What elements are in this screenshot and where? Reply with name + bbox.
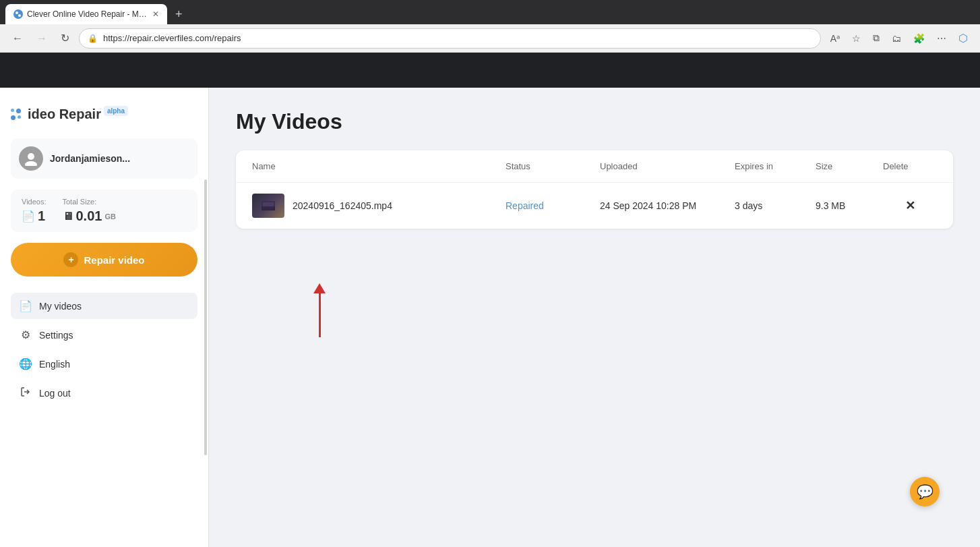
stats-card: Videos: 📄 1 Total Size: 🖥 0.01 GB [11, 190, 197, 232]
chat-widget-button[interactable]: 💬 [910, 477, 940, 507]
copilot-button[interactable]: ⬡ [954, 29, 972, 47]
table-header: Name Status Uploaded Expires in Size Del… [236, 150, 953, 183]
page-title: My Videos [236, 109, 953, 134]
col-header-uploaded: Uploaded [600, 161, 735, 171]
avatar [19, 146, 43, 171]
svg-point-1 [18, 14, 21, 17]
back-button[interactable]: ← [8, 30, 27, 47]
collections-button[interactable]: 🗂 [888, 30, 905, 47]
col-header-expires: Expires in [735, 161, 816, 171]
logo-dot [11, 115, 16, 120]
url-text: https://repair.cleverfiles.com/repairs [103, 33, 812, 43]
sidebar-item-label: Log out [39, 388, 71, 399]
sidebar-item-english[interactable]: 🌐 English [11, 351, 197, 377]
file-size: 9.3 MB [816, 200, 883, 211]
svg-point-2 [28, 153, 34, 160]
logo-dot [16, 109, 21, 113]
size-unit: GB [104, 212, 116, 221]
repair-video-button[interactable]: + Repair video [11, 243, 197, 277]
favorites-button[interactable]: ☆ [848, 30, 865, 47]
logo-text: ideo Repairalpha [28, 107, 128, 122]
svg-point-3 [25, 161, 37, 166]
videos-table: Name Status Uploaded Expires in Size Del… [236, 150, 953, 229]
sidebar-item-logout[interactable]: Log out [11, 380, 197, 407]
sidebar-scrollbar[interactable] [204, 88, 208, 547]
chat-icon: 💬 [917, 484, 933, 500]
browser-tab[interactable]: Clever Online Video Repair - My V ✕ [5, 4, 167, 24]
videos-stat: Videos: 📄 1 [22, 198, 47, 224]
sidebar-nav: 📄 My videos ⚙ Settings 🌐 English Log out [11, 293, 197, 407]
svg-point-0 [16, 11, 18, 14]
repair-btn-label: Repair video [84, 254, 144, 266]
col-header-status: Status [506, 161, 600, 171]
logout-icon [19, 386, 32, 400]
logo-dot [11, 109, 14, 112]
new-tab-button[interactable]: + [170, 5, 188, 24]
videos-icon: 📄 [22, 210, 35, 223]
address-bar[interactable]: 🔒 https://repair.cleverfiles.com/repairs [79, 28, 821, 49]
expires-value: 3 days [735, 200, 816, 211]
extensions-button[interactable]: 🧩 [909, 30, 929, 47]
menu-button[interactable]: ⋯ [933, 30, 950, 47]
refresh-button[interactable]: ↻ [57, 29, 73, 47]
user-card: Jordanjamieson... [11, 138, 197, 179]
file-name: 20240916_162405.mp4 [293, 200, 392, 211]
size-stat: Total Size: 🖥 0.01 GB [63, 198, 116, 224]
uploaded-date: 24 Sep 2024 10:28 PM [600, 200, 735, 211]
forward-button[interactable]: → [32, 30, 51, 47]
lock-icon: 🔒 [88, 34, 98, 43]
size-label: Total Size: [63, 198, 116, 206]
delete-button[interactable]: ✕ [883, 198, 937, 213]
settings-icon: ⚙ [19, 328, 32, 341]
col-header-delete: Delete [883, 161, 937, 171]
file-thumbnail [252, 194, 284, 218]
videos-label: Videos: [22, 198, 47, 206]
sidebar-item-label: Settings [39, 330, 73, 341]
tab-close-button[interactable]: ✕ [152, 9, 159, 19]
svg-rect-6 [262, 206, 275, 210]
split-view-button[interactable]: ⧉ [869, 30, 884, 47]
repair-plus-icon: + [63, 252, 78, 267]
sidebar-item-settings[interactable]: ⚙ Settings [11, 322, 197, 348]
arrow-line [319, 293, 321, 337]
tab-title: Clever Online Video Repair - My V [27, 9, 148, 19]
table-row[interactable]: 20240916_162405.mp4 Repaired 24 Sep 2024… [236, 183, 953, 229]
main-content: My Videos Name Status Uploaded Expires i… [209, 88, 980, 547]
logo: ideo Repairalpha [11, 101, 197, 127]
sidebar-item-label: My videos [39, 301, 82, 312]
size-icon: 🖥 [63, 210, 73, 223]
language-icon: 🌐 [19, 357, 32, 370]
user-name: Jordanjamieson... [50, 153, 130, 164]
size-value: 0.01 [76, 208, 102, 224]
file-cell: 20240916_162405.mp4 [252, 194, 506, 218]
red-arrow-annotation [313, 283, 326, 337]
sidebar-item-my-videos[interactable]: 📄 My videos [11, 293, 197, 319]
col-header-name: Name [252, 161, 506, 171]
read-mode-button[interactable]: Aᵃ [826, 30, 844, 47]
logo-dots [11, 109, 21, 120]
arrow-head [313, 283, 326, 293]
videos-count: 1 [38, 208, 45, 224]
col-header-size: Size [816, 161, 883, 171]
logo-dot [18, 115, 21, 119]
status-badge: Repaired [506, 200, 600, 211]
sidebar: ideo Repairalpha Jordanjamieson... Video… [0, 88, 209, 547]
my-videos-icon: 📄 [19, 299, 32, 312]
sidebar-item-label: English [39, 359, 70, 370]
tab-favicon [13, 9, 23, 19]
logo-alpha: alpha [104, 106, 128, 116]
thumbnail-image [252, 194, 284, 218]
